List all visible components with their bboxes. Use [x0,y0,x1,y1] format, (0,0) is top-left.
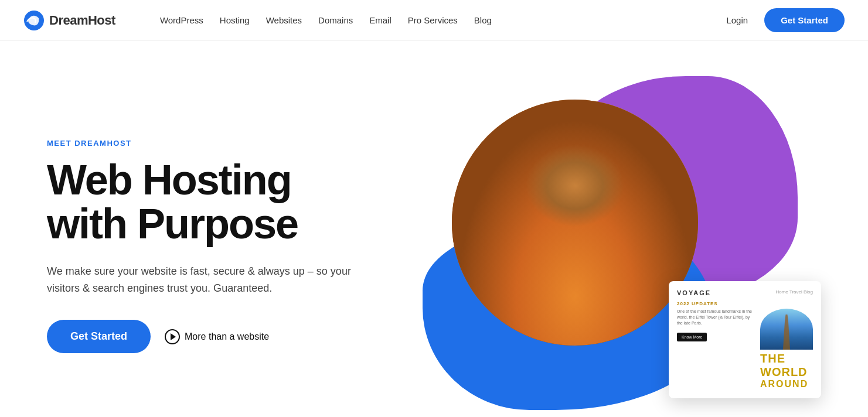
nav-links: WordPress Hosting Websites Domains Email… [137,0,515,41]
nav-link-domains[interactable]: Domains [318,15,353,25]
hero-title: Web Hosting with Purpose [47,158,363,247]
play-icon [165,329,180,344]
hero-section: MEET DREAMHOST Web Hosting with Purpose … [0,41,868,417]
nav-link-pro-services[interactable]: Pro Services [408,15,458,25]
voyage-update-label: 2022 UPDATES [677,301,813,306]
voyage-nav: Home Travel Blog [775,289,813,295]
voyage-img-col: THE WORLD AROUND [760,309,813,389]
hero-subtitle: We make sure your website is fast, secur… [47,263,363,297]
voyage-world-text: THE WORLD [760,352,813,379]
navbar: DreamHost WordPress Hosting Websites Dom… [0,0,868,41]
hero-content: MEET DREAMHOST Web Hosting with Purpose … [47,139,363,354]
voyage-text-col: One of the most famous landmarks in the … [677,309,755,389]
voyage-card: VOYAGE Home Travel Blog 2022 UPDATES One… [669,281,821,398]
login-button[interactable]: Login [719,11,755,30]
hero-visual: VOYAGE Home Travel Blog 2022 UPDATES One… [423,76,821,416]
nav-link-blog[interactable]: Blog [474,15,492,25]
logo-text: DreamHost [49,13,115,28]
hero-photo [452,100,698,346]
nav-link-hosting[interactable]: Hosting [220,15,250,25]
meet-label: MEET DREAMHOST [47,139,363,148]
dreamhost-logo-icon [23,10,45,31]
voyage-around-text: AROUND [760,379,813,389]
hero-title-line1: Web Hosting [47,156,291,203]
nav-link-email[interactable]: Email [369,15,392,25]
voyage-eiffel-image [760,309,813,350]
logo[interactable]: DreamHost [23,10,115,31]
nav-link-websites[interactable]: Websites [266,15,302,25]
voyage-know-more-button[interactable]: Know More [677,333,707,341]
voyage-body: One of the most famous landmarks in the … [677,309,813,389]
play-triangle [171,333,176,340]
hero-get-started-button[interactable]: Get Started [47,320,151,353]
nav-left: DreamHost WordPress Hosting Websites Dom… [23,0,515,41]
hero-actions: Get Started More than a website [47,320,363,353]
nav-link-wordpress[interactable]: WordPress [160,15,203,25]
voyage-card-header: VOYAGE Home Travel Blog [677,289,813,296]
voyage-title: VOYAGE [677,289,711,296]
eiffel-tower-icon [778,315,795,350]
hero-title-line2: with Purpose [47,200,298,247]
more-than-link[interactable]: More than a website [165,329,269,344]
nav-right: Login Get Started [719,8,845,32]
nav-get-started-button[interactable]: Get Started [764,8,845,32]
voyage-desc: One of the most famous landmarks in the … [677,309,755,326]
person-image [452,100,698,346]
more-than-label: More than a website [185,331,269,342]
